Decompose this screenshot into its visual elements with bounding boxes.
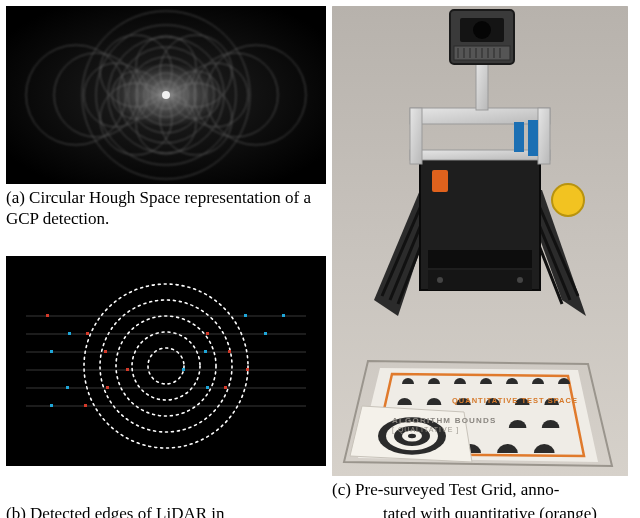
svg-rect-48 bbox=[282, 314, 285, 317]
svg-rect-50 bbox=[244, 314, 247, 317]
svg-rect-26 bbox=[6, 256, 326, 466]
svg-rect-83 bbox=[432, 170, 448, 192]
svg-rect-44 bbox=[206, 332, 209, 335]
svg-rect-43 bbox=[84, 404, 87, 407]
quant-label: QUANTITATIVE TEST SPACE bbox=[452, 396, 578, 405]
svg-rect-41 bbox=[126, 368, 129, 371]
hough-space-icon bbox=[6, 6, 326, 184]
qual-sub: [ QUALITATIVE ] bbox=[392, 426, 459, 433]
robot-photo-icon bbox=[332, 6, 628, 476]
test-grid bbox=[344, 361, 612, 466]
svg-point-85 bbox=[437, 277, 443, 283]
fig-a-caption: (a) Circular Hough Space representation … bbox=[6, 187, 326, 230]
svg-point-86 bbox=[517, 277, 523, 283]
fig-c-image: QUANTITATIVE TEST SPACE ALGORITHM BOUNDS… bbox=[332, 6, 628, 476]
svg-rect-81 bbox=[528, 120, 538, 156]
svg-rect-51 bbox=[204, 350, 207, 353]
svg-rect-46 bbox=[246, 368, 249, 371]
svg-rect-56 bbox=[66, 386, 69, 389]
fig-c-caption-line2: tated with quantitative (orange) bbox=[383, 504, 597, 518]
svg-rect-39 bbox=[86, 332, 89, 335]
svg-point-97 bbox=[408, 434, 416, 438]
svg-rect-54 bbox=[68, 332, 71, 335]
fig-b-caption: (b) Detected edges of LiDAR in bbox=[6, 504, 225, 518]
fig-c-caption: (c) Pre-surveyed Test Grid, anno- bbox=[332, 479, 634, 500]
fig-a-image bbox=[6, 6, 326, 184]
svg-rect-42 bbox=[106, 386, 109, 389]
fig-b-image bbox=[6, 256, 326, 466]
svg-rect-45 bbox=[228, 350, 231, 353]
svg-rect-65 bbox=[410, 108, 422, 164]
svg-rect-62 bbox=[428, 250, 532, 268]
svg-rect-38 bbox=[46, 314, 49, 317]
svg-rect-82 bbox=[514, 122, 524, 152]
svg-rect-40 bbox=[104, 350, 107, 353]
svg-rect-52 bbox=[182, 368, 185, 371]
svg-point-25 bbox=[162, 91, 170, 99]
svg-rect-66 bbox=[538, 108, 550, 164]
svg-rect-67 bbox=[476, 60, 488, 110]
svg-rect-55 bbox=[50, 350, 53, 353]
svg-rect-47 bbox=[224, 386, 227, 389]
svg-rect-49 bbox=[264, 332, 267, 335]
svg-rect-53 bbox=[206, 386, 209, 389]
bottom-captions: (b) Detected edges of LiDAR in tated wit… bbox=[0, 503, 640, 518]
lidar-edges-icon bbox=[6, 256, 326, 466]
svg-rect-57 bbox=[50, 404, 53, 407]
figure-grid: (a) Circular Hough Space representation … bbox=[0, 0, 640, 518]
svg-point-80 bbox=[552, 184, 584, 216]
svg-point-70 bbox=[473, 21, 491, 39]
qual-title: ALGORITHM BOUNDS bbox=[392, 416, 497, 425]
svg-rect-84 bbox=[428, 270, 532, 290]
left-column: (a) Circular Hough Space representation … bbox=[6, 6, 326, 518]
right-column: QUANTITATIVE TEST SPACE ALGORITHM BOUNDS… bbox=[332, 6, 634, 518]
